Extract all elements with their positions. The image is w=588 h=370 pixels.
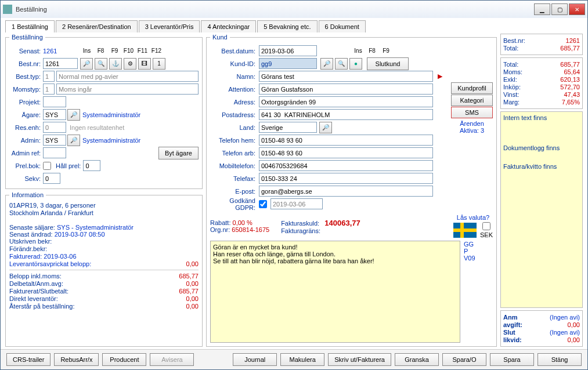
code-v09[interactable]: V09 bbox=[464, 255, 475, 262]
tab-leverantor[interactable]: 3 Leverantör/Pris bbox=[139, 20, 200, 32]
kategori-button[interactable]: Kategori bbox=[451, 95, 493, 106]
telhem-input[interactable] bbox=[259, 135, 433, 146]
bytagare-button[interactable]: Byt ägare bbox=[158, 147, 199, 159]
fk-ins: Ins bbox=[352, 48, 365, 54]
code-gg[interactable]: GG bbox=[464, 241, 474, 248]
play-icon[interactable]: ▶ bbox=[438, 72, 442, 80]
one-button[interactable]: 1 bbox=[153, 58, 165, 70]
attention-input[interactable] bbox=[259, 84, 433, 95]
gear-icon[interactable]: ⚙ bbox=[124, 58, 136, 70]
sum-total2: 685,77 bbox=[560, 61, 580, 68]
info-delb-value: 0,00 bbox=[169, 280, 199, 287]
info-line1: 01APR19, 3 dagar, 6 personer bbox=[9, 202, 199, 209]
sms-button[interactable]: SMS bbox=[451, 107, 493, 118]
zoom-icon[interactable]: 🔍 bbox=[335, 58, 348, 70]
spara-button[interactable]: Spara bbox=[490, 353, 534, 366]
fk-f12: F12 bbox=[150, 48, 163, 54]
adminref-input[interactable] bbox=[43, 147, 66, 158]
info-fakts-label: Fakturerat/Slutbetalt: bbox=[9, 288, 68, 295]
anchor-icon[interactable]: ⚓ bbox=[109, 58, 122, 70]
senast-value[interactable]: 1261 bbox=[43, 48, 57, 55]
zoom-icon[interactable]: 🔍 bbox=[95, 58, 107, 70]
info-lev-label: Leverantörsavprickat belopp: bbox=[9, 260, 91, 267]
tab-resenarer[interactable]: 2 Resenärer/Destination bbox=[56, 20, 138, 32]
prelbok-checkbox[interactable] bbox=[43, 162, 51, 170]
adress-input[interactable] bbox=[259, 96, 433, 107]
kundprofil-button[interactable]: Kundprofil bbox=[451, 82, 493, 94]
bestdatum-label: Best.datum: bbox=[210, 48, 259, 55]
binoculars-icon[interactable]: 🔎 bbox=[67, 109, 80, 121]
fk-f8: F8 bbox=[94, 48, 107, 54]
info-seller-label: Senaste säljare: bbox=[9, 224, 55, 231]
postadr-input[interactable] bbox=[259, 109, 433, 120]
binoculars-icon[interactable]: 🔎 bbox=[80, 58, 93, 70]
info-direkt-value: 0,00 bbox=[169, 295, 199, 302]
epost-input[interactable] bbox=[259, 186, 433, 197]
gdpr-checkbox[interactable] bbox=[259, 200, 267, 208]
maximize-button[interactable] bbox=[551, 3, 568, 15]
moms-label: Momstyp: bbox=[9, 86, 43, 93]
bestdatum-input[interactable] bbox=[259, 45, 317, 56]
kund-notes[interactable]: Göran är en mycket bra kund! Han reser o… bbox=[210, 241, 460, 343]
sum-total1-label: Total: bbox=[503, 45, 518, 52]
binoculars-icon[interactable]: 🔎 bbox=[319, 122, 332, 133]
stang-button[interactable]: Stäng bbox=[538, 353, 582, 366]
senast-label: Senast: bbox=[9, 48, 43, 55]
info-fakturerad: Fakturerad: 2019-03-06 bbox=[9, 253, 199, 260]
sekv-input[interactable] bbox=[43, 173, 60, 184]
slut-label: Slut bbox=[503, 329, 515, 336]
bestnr-input[interactable] bbox=[43, 58, 78, 69]
producent-button[interactable]: Producent bbox=[102, 353, 146, 366]
tab-bestallning[interactable]: 1 Beställning bbox=[5, 20, 55, 32]
fk-f8: F8 bbox=[366, 48, 378, 54]
bestallning-group: Beställning Senast: 1261 Ins F8 F9 F10 F… bbox=[5, 34, 203, 189]
information-legend: Information bbox=[9, 191, 46, 198]
mobil-input[interactable] bbox=[259, 160, 433, 171]
granska-button[interactable]: Granska bbox=[395, 353, 439, 366]
telefax-input[interactable] bbox=[259, 173, 433, 184]
lasvaluta-checkbox[interactable] bbox=[482, 222, 490, 230]
land-input[interactable] bbox=[259, 122, 317, 133]
agare-link[interactable]: Systemadministratör bbox=[82, 111, 140, 118]
kundid-input[interactable] bbox=[259, 58, 317, 69]
close-button[interactable] bbox=[569, 3, 585, 15]
namn-input[interactable] bbox=[259, 71, 433, 82]
avisera-button: Avisera bbox=[150, 353, 194, 366]
admin-input[interactable] bbox=[43, 135, 66, 146]
bottom-toolbar: CRS-trailer RebusArr/x Producent Avisera… bbox=[1, 349, 587, 369]
tab-dokument[interactable]: 6 Dokument bbox=[319, 20, 366, 32]
faktskuld-value: 140063,77 bbox=[324, 219, 360, 227]
journal-button[interactable]: Journal bbox=[233, 353, 277, 366]
info-ater-value: 0,00 bbox=[169, 303, 199, 310]
makulera-button[interactable]: Makulera bbox=[280, 353, 324, 366]
fk-f9: F9 bbox=[380, 48, 392, 54]
skrivut-button[interactable]: Skriv ut/Fakturera bbox=[328, 353, 391, 366]
admin-link[interactable]: Systemadministratör bbox=[82, 137, 140, 144]
sekv-label: Sekv: bbox=[9, 175, 43, 182]
flag-sweden-icon bbox=[453, 223, 477, 238]
kund-legend: Kund bbox=[210, 34, 230, 41]
circle-icon[interactable]: ● bbox=[349, 58, 362, 70]
binoculars-icon[interactable]: 🔎 bbox=[320, 58, 333, 70]
telarb-input[interactable] bbox=[259, 147, 433, 158]
rebusarr-button[interactable]: RebusArr/x bbox=[54, 353, 99, 366]
film-icon[interactable]: 🎞 bbox=[138, 58, 151, 70]
tab-anteckningar[interactable]: 4 Anteckningar bbox=[201, 20, 256, 32]
minimize-button[interactable] bbox=[534, 3, 550, 15]
binoculars-icon[interactable]: 🔎 bbox=[67, 135, 80, 146]
hallprel-input[interactable] bbox=[83, 160, 100, 171]
tab-bevakning[interactable]: 5 Bevakning etc. bbox=[257, 20, 317, 32]
info-line2: Stockholm Arlanda / Frankfurt bbox=[9, 209, 199, 216]
arenden-link[interactable]: Ärenden bbox=[460, 120, 484, 127]
besttyp-text bbox=[56, 71, 199, 82]
code-p[interactable]: P bbox=[464, 248, 468, 255]
summary-main: Total:685,77 Moms:65,64 Exkl:620,13 Inkö… bbox=[500, 57, 583, 109]
projekt-input[interactable] bbox=[43, 96, 66, 107]
slutkund-button[interactable]: Slutkund bbox=[367, 57, 409, 70]
sparao-button[interactable]: Spara/O bbox=[442, 353, 486, 366]
sum-marg: 7,65% bbox=[562, 99, 580, 106]
hallprel-label: Håll prel: bbox=[56, 162, 81, 169]
bestallning-legend: Beställning bbox=[9, 34, 45, 41]
crs-trailer-button[interactable]: CRS-trailer bbox=[6, 353, 50, 366]
agare-input[interactable] bbox=[43, 109, 66, 120]
